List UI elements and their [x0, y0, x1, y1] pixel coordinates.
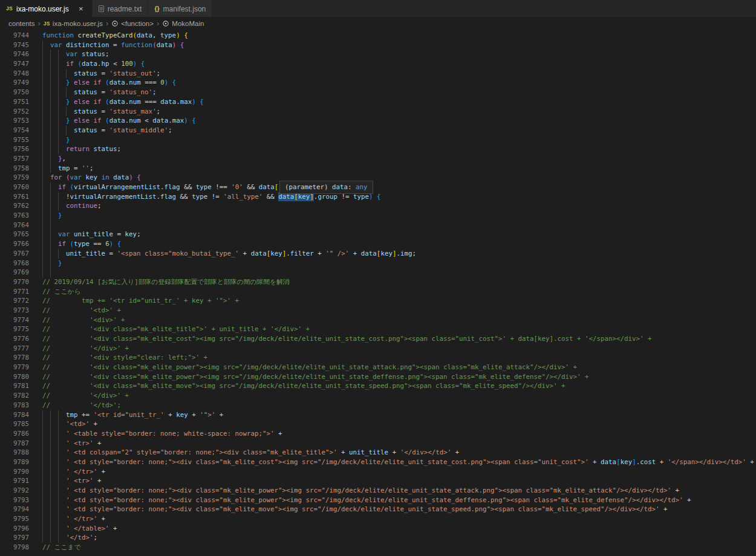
breadcrumb-item-contents[interactable]: contents	[8, 20, 34, 27]
line-number: 9770	[0, 277, 29, 287]
code-text: status = 'status_no';	[42, 88, 157, 96]
code-line[interactable]: 9798// ここまで	[0, 543, 756, 552]
code-line[interactable]: 9783// '</td>';	[0, 401, 756, 410]
code-line[interactable]: 9757 },	[0, 154, 756, 164]
code-line[interactable]: 9744function createTypeCard(data, type) …	[0, 31, 756, 40]
code-line[interactable]: 9759 for (var key in data) {	[0, 173, 756, 183]
line-number: 9797	[0, 533, 29, 543]
hover-tooltip: (parameter) data: any	[279, 181, 373, 194]
code-text: } else if (data.num === data.max) {	[42, 98, 204, 106]
code-line[interactable]: 9754 status = 'status_middle';	[0, 126, 756, 135]
line-content: } else if (data.num === data.max) {	[42, 97, 756, 107]
line-content: status = 'status_no';	[42, 88, 756, 97]
code-text: !virtualArrangementList.flag && type != …	[42, 193, 381, 201]
line-content: ' <tr>' +	[42, 439, 756, 448]
line-number: 9784	[0, 410, 29, 420]
line-number: 9760	[0, 183, 29, 192]
code-line[interactable]: 9773// '<td>' +	[0, 306, 756, 315]
code-line[interactable]: 9769	[0, 268, 756, 277]
line-number: 9774	[0, 315, 29, 325]
line-content: ' <td colspan="2" style="border: none;">…	[42, 448, 756, 457]
code-line[interactable]: 9779// '<div class="mk_elite_power"><img…	[0, 363, 756, 372]
text-file-icon	[99, 5, 104, 12]
code-line[interactable]: 9755 }	[0, 135, 756, 145]
code-line[interactable]: 9764	[0, 221, 756, 230]
code-line[interactable]: 9793 ' <td style="border: none;"><div cl…	[0, 496, 756, 505]
code-line[interactable]: 9785 '<td>' +	[0, 419, 756, 429]
close-tab-icon[interactable]: ×	[76, 4, 86, 13]
code-line[interactable]: 9795 ' </tr>' +	[0, 514, 756, 524]
code-line[interactable]: 9792 ' <td style="border: none;"><div cl…	[0, 486, 756, 496]
code-line[interactable]: 9776// '<div class="mk_elite_cost"><img …	[0, 334, 756, 344]
code-text: } else if (data.num === 0) {	[42, 79, 176, 86]
code-line[interactable]: 9751 } else if (data.num === data.max) {	[0, 97, 756, 107]
code-line[interactable]: 9786 ' <table style="border: none; white…	[0, 429, 756, 439]
code-line[interactable]: 9790 ' </tr>' +	[0, 467, 756, 477]
code-text: if (virtualArrangementList.flag && type …	[42, 183, 278, 191]
code-line[interactable]: 9746 var status;	[0, 50, 756, 59]
code-line[interactable]: 9768 }	[0, 259, 756, 268]
code-line[interactable]: 9781// '<div class="mk_elite_move"><img …	[0, 381, 756, 391]
line-content: // '<div class="mk_elite_power"><img src…	[42, 363, 756, 372]
code-line[interactable]: 9797 '</td>';	[0, 533, 756, 543]
code-line[interactable]: 9766 if (type == 6) {	[0, 239, 756, 249]
code-line[interactable]: 9752 status = 'status_max';	[0, 107, 756, 117]
line-number: 9764	[0, 221, 29, 230]
code-text: status = 'status_max';	[42, 108, 160, 115]
code-line[interactable]: 9745 var distinction = function(data) {	[0, 40, 756, 50]
code-line[interactable]: 9780// '<div class="mk_elite_power"><img…	[0, 372, 756, 382]
code-line[interactable]: 9782// '</div>' +	[0, 391, 756, 401]
code-text: // '<div class="mk_elite_power"><img src…	[42, 373, 589, 381]
code-line[interactable]: 9747 if (data.hp < 100) {	[0, 59, 756, 69]
code-text: }	[42, 259, 62, 267]
code-line[interactable]: 9750 status = 'status_no';	[0, 88, 756, 97]
breadcrumb-item-function[interactable]: <function>	[111, 20, 154, 27]
code-line[interactable]: 9756 return status;	[0, 144, 756, 154]
breadcrumb-item-file[interactable]: JS ixa-moko.user.js	[44, 20, 103, 27]
code-text: // ここから	[42, 288, 81, 296]
line-number: 9752	[0, 107, 29, 117]
tab-ixa-moko-user-js[interactable]: JS ixa-moko.user.js ×	[0, 0, 93, 17]
code-line[interactable]: 9770// 2019/09/14 [お気に入り]部隊の登録部隊配置で部隊と部隊…	[0, 277, 756, 287]
code-line[interactable]: 9796 ' </table>' +	[0, 524, 756, 534]
code-line[interactable]: 9778// '<div style="clear: left;">' +	[0, 353, 756, 363]
line-number: 9755	[0, 135, 29, 145]
code-line[interactable]: 9774// '<div>' +	[0, 315, 756, 325]
code-line[interactable]: 9791 ' <tr>' +	[0, 476, 756, 486]
code-line[interactable]: 9789 ' <td style="border: none;"><div cl…	[0, 457, 756, 467]
code-line[interactable]: 9771// ここから	[0, 287, 756, 297]
tab-readme-txt[interactable]: readme.txt	[93, 0, 149, 17]
code-line[interactable]: 9787 ' <tr>' +	[0, 439, 756, 448]
code-line[interactable]: 9784 tmp += '<tr id="unit_tr_' + key + '…	[0, 410, 756, 420]
code-line[interactable]: 9772// tmp += '<tr id="unit_tr_' + key +…	[0, 296, 756, 306]
code-line[interactable]: 9762 continue;	[0, 201, 756, 211]
code-line[interactable]: 9788 ' <td colspan="2" style="border: no…	[0, 448, 756, 457]
line-number: 9768	[0, 259, 29, 268]
code-line[interactable]: 9794 ' <td style="border: none;"><div cl…	[0, 505, 756, 514]
line-content: status = 'status_out';	[42, 69, 756, 79]
code-line[interactable]: 9753 } else if (data.num < data.max) {	[0, 116, 756, 126]
js-file-icon: JS	[6, 5, 13, 11]
code-line[interactable]: 9763 }	[0, 211, 756, 221]
line-content: ' <td style="border: none;"><div class="…	[42, 486, 756, 496]
code-text: if (data.hp < 100) {	[42, 60, 145, 68]
code-text: ' </tr>' +	[42, 515, 105, 523]
code-line[interactable]: 9761 !virtualArrangementList.flag && typ…	[0, 192, 756, 202]
code-line[interactable]: 9760 if (virtualArrangementList.flag && …	[0, 183, 756, 192]
code-line[interactable]: 9749 } else if (data.num === 0) {	[0, 78, 756, 88]
code-line[interactable]: 9775// '<div class="mk_elite_title">' + …	[0, 325, 756, 334]
code-editor[interactable]: 9744function createTypeCard(data, type) …	[0, 30, 756, 556]
line-content: ' <td style="border: none;"><div class="…	[42, 496, 756, 505]
line-number: 9777	[0, 344, 29, 354]
line-number: 9753	[0, 116, 29, 126]
line-number: 9792	[0, 486, 29, 496]
code-line[interactable]: 9758 tmp = '';	[0, 164, 756, 173]
code-line[interactable]: 9748 status = 'status_out';	[0, 69, 756, 79]
breadcrumb-item-mokomain[interactable]: MokoMain	[162, 20, 204, 27]
line-number: 9776	[0, 334, 29, 344]
code-line[interactable]: 9767 unit_title = '<span class="moko_but…	[0, 249, 756, 259]
code-line[interactable]: 9777// '</div>' +	[0, 344, 756, 354]
line-number: 9787	[0, 439, 29, 448]
code-line[interactable]: 9765 var unit_title = key;	[0, 230, 756, 239]
tab-manifest-json[interactable]: {} manifest.json	[148, 0, 212, 17]
